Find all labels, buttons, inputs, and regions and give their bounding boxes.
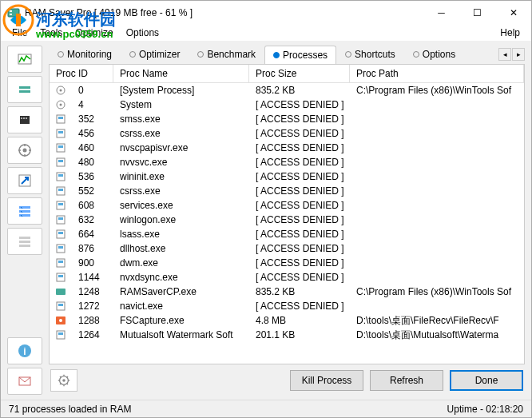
sidebar-options[interactable]: [7, 197, 42, 225]
header-proc-id[interactable]: Proc ID: [50, 65, 113, 82]
cell-proc-name: lsass.exe: [113, 228, 249, 241]
sidebar-optimizer[interactable]: [7, 76, 42, 103]
cell-proc-size: 835.2 KB: [249, 84, 350, 97]
sidebar-mail[interactable]: [7, 368, 42, 395]
titlebar: RAM Saver Pro [ 4919 MB free - 61 % ] ─ …: [1, 1, 531, 25]
cell-proc-id: 1248: [72, 285, 113, 298]
menu-file[interactable]: File: [6, 26, 34, 40]
table-row[interactable]: 480nvvsvc.exe[ ACCESS DENIED ]: [50, 155, 524, 169]
cell-proc-path: [350, 305, 524, 307]
cell-proc-path: [350, 233, 524, 235]
cell-proc-id: 460: [72, 141, 113, 154]
tab-processes[interactable]: Processes: [264, 46, 336, 64]
process-icon: [50, 315, 72, 326]
sidebar: i: [1, 41, 49, 400]
table-row[interactable]: 1264Mutualsoft Watermark Soft201.1 KBD:\…: [50, 328, 524, 342]
cell-proc-name: dwm.exe: [113, 257, 249, 269]
svg-rect-22: [19, 237, 30, 239]
sidebar-shortcuts[interactable]: [7, 167, 42, 194]
cell-proc-path: C:\Program Files (x86)\WinTools Sof: [350, 84, 524, 97]
svg-rect-53: [58, 261, 63, 263]
table-body[interactable]: 0[System Process]835.2 KBC:\Program File…: [50, 83, 524, 364]
svg-rect-10: [23, 117, 25, 119]
table-row[interactable]: 456csrss.exe[ ACCESS DENIED ]: [50, 126, 524, 141]
tab-scroll-right[interactable]: ▸: [512, 48, 525, 61]
cell-proc-id: 352: [72, 113, 113, 125]
cell-proc-size: [ ACCESS DENIED ]: [249, 257, 350, 269]
table-row[interactable]: 4System[ ACCESS DENIED ]: [50, 98, 524, 112]
maximize-button[interactable]: ☐: [459, 1, 495, 25]
table-row[interactable]: 1272navict.exe[ ACCESS DENIED ]: [50, 299, 524, 313]
table-row[interactable]: 664lsass.exe[ ACCESS DENIED ]: [50, 227, 524, 241]
process-icon: [50, 257, 72, 269]
cell-proc-name: System: [113, 98, 249, 111]
minimize-button[interactable]: ─: [423, 1, 459, 25]
kill-process-button[interactable]: Kill Process: [290, 370, 363, 391]
table-row[interactable]: 1248RAMSaverCP.exe835.2 KBC:\Program Fil…: [50, 285, 524, 299]
header-proc-size[interactable]: Proc Size: [249, 65, 350, 82]
process-icon: [50, 142, 72, 153]
refresh-button[interactable]: Refresh: [370, 370, 443, 391]
process-icon: [50, 214, 72, 225]
table-row[interactable]: 460nvscpapisvr.exe[ ACCESS DENIED ]: [50, 141, 524, 155]
table-row[interactable]: 552csrss.exe[ ACCESS DENIED ]: [50, 184, 524, 198]
cell-proc-name: [System Process]: [113, 84, 249, 97]
table-row[interactable]: 1288FSCapture.exe4.8 MBD:\tools\桌面\FileR…: [50, 313, 524, 328]
cell-proc-name: csrss.exe: [113, 127, 249, 140]
header-proc-name[interactable]: Proc Name: [113, 65, 249, 82]
svg-text:i: i: [23, 346, 26, 357]
table-row[interactable]: 608services.exe[ ACCESS DENIED ]: [50, 198, 524, 213]
table-row[interactable]: 1144nvxdsync.exe[ ACCESS DENIED ]: [50, 270, 524, 285]
table-row[interactable]: 900dwm.exe[ ACCESS DENIED ]: [50, 256, 524, 270]
cell-proc-name: services.exe: [113, 199, 249, 212]
cell-proc-name: navict.exe: [113, 300, 249, 313]
sidebar-scheduler[interactable]: [7, 228, 42, 255]
sidebar-info[interactable]: i: [7, 337, 42, 364]
header-proc-path[interactable]: Proc Path: [350, 65, 524, 82]
cell-proc-id: 608: [72, 199, 113, 212]
tab-optimizer[interactable]: Optimizer: [121, 45, 189, 63]
table-row[interactable]: 352smss.exe[ ACCESS DENIED ]: [50, 112, 524, 126]
cell-proc-id: 1144: [72, 271, 113, 284]
process-icon: [50, 85, 72, 96]
cell-proc-size: [ ACCESS DENIED ]: [249, 242, 350, 255]
cell-proc-path: D:\tools\桌面\FileRecv\FileRecv\F: [350, 313, 524, 328]
settings-button[interactable]: [50, 369, 77, 392]
radio-icon: [345, 51, 351, 58]
process-icon: [50, 243, 72, 254]
svg-line-69: [60, 376, 61, 377]
tab-monitoring[interactable]: Monitoring: [49, 45, 121, 63]
table-row[interactable]: 876dllhost.exe[ ACCESS DENIED ]: [50, 241, 524, 256]
cell-proc-size: [ ACCESS DENIED ]: [249, 113, 350, 125]
close-button[interactable]: ✕: [495, 1, 531, 25]
menu-options[interactable]: Options: [120, 26, 165, 40]
svg-line-70: [67, 384, 68, 384]
sidebar-processes[interactable]: [7, 137, 42, 164]
table-row[interactable]: 536wininit.exe[ ACCESS DENIED ]: [50, 169, 524, 184]
cell-proc-path: [350, 248, 524, 249]
sidebar-benchmark[interactable]: [7, 106, 42, 133]
tab-options[interactable]: Options: [404, 45, 464, 63]
process-icon: [50, 200, 72, 211]
process-icon: [50, 301, 72, 312]
menu-optimize[interactable]: Optimize: [69, 26, 119, 40]
svg-rect-6: [19, 86, 30, 89]
done-button[interactable]: Done: [450, 370, 523, 391]
cell-proc-name: dllhost.exe: [113, 242, 249, 255]
svg-rect-56: [56, 289, 66, 295]
sidebar-monitoring[interactable]: [7, 46, 42, 73]
svg-rect-4: [10, 14, 12, 15]
tab-benchmark[interactable]: Benchmark: [189, 45, 264, 63]
cell-proc-name: csrss.exe: [113, 185, 249, 197]
button-row: Kill Process Refresh Done: [49, 364, 525, 396]
menu-help[interactable]: Help: [494, 26, 526, 40]
svg-rect-37: [58, 145, 63, 148]
tab-shortcuts[interactable]: Shortcuts: [336, 45, 404, 63]
cell-proc-path: D:\tools\桌面\Mutualsoft\Waterma: [350, 328, 524, 343]
process-icon: [50, 185, 72, 197]
cell-proc-name: Mutualsoft Watermark Soft: [113, 328, 249, 341]
table-row[interactable]: 632winlogon.exe[ ACCESS DENIED ]: [50, 213, 524, 227]
tab-scroll-left[interactable]: ◂: [498, 48, 511, 61]
table-row[interactable]: 0[System Process]835.2 KBC:\Program File…: [50, 83, 524, 98]
menu-tools[interactable]: Tools: [34, 26, 69, 40]
